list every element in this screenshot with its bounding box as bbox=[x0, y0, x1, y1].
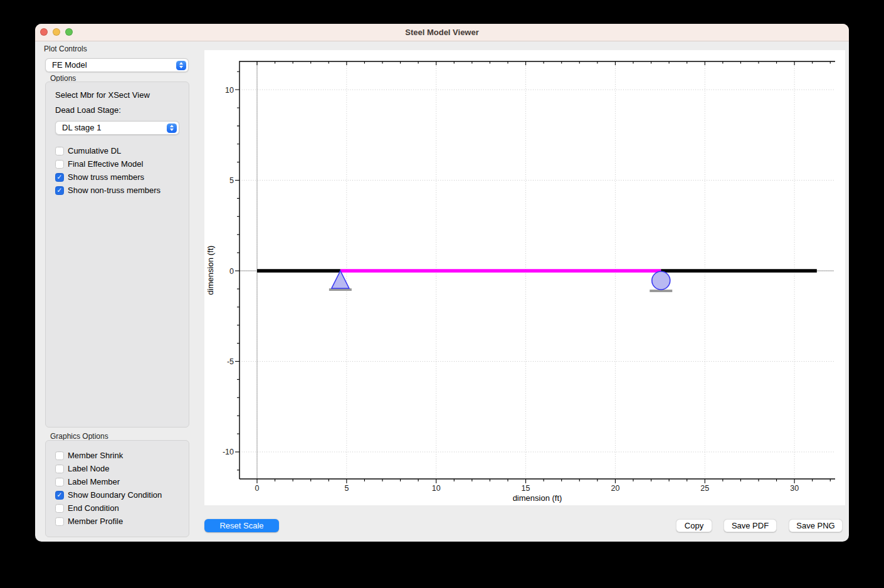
graphics-options-section-label: Graphics Options bbox=[50, 432, 108, 441]
fe-model-plot-svg[interactable]: 051015202530-10-50510dimension (ft)dimen… bbox=[204, 50, 845, 505]
checkbox-cumulative-dl[interactable] bbox=[55, 147, 64, 155]
checkbox-show-truss-members[interactable] bbox=[55, 173, 64, 182]
checkbox-label: Show Boundary Condition bbox=[68, 490, 162, 500]
window-title: Steel Model Viewer bbox=[35, 24, 849, 41]
checkbox-row: Show truss members bbox=[55, 171, 184, 184]
checkbox-row: Cumulative DL bbox=[55, 144, 184, 157]
checkbox-member-profile[interactable] bbox=[55, 517, 64, 526]
options-checkbox-list: Cumulative DLFinal Effective ModelShow t… bbox=[55, 144, 184, 197]
checkbox-row: Member Profile bbox=[55, 515, 184, 528]
select-stepper-icon bbox=[167, 123, 177, 133]
checkbox-label: Member Profile bbox=[68, 517, 123, 526]
checkbox-show-boundary-condition[interactable] bbox=[55, 491, 64, 500]
checkbox-label: Label Node bbox=[68, 464, 110, 473]
roller-support-icon bbox=[652, 271, 670, 290]
graphics-checkbox-list: Member ShrinkLabel NodeLabel MemberShow … bbox=[55, 449, 184, 528]
checkbox-label: Label Member bbox=[68, 477, 120, 486]
graphics-options-groupbox: Member ShrinkLabel NodeLabel MemberShow … bbox=[45, 440, 189, 537]
checkbox-label-node[interactable] bbox=[55, 465, 64, 473]
dead-load-stage-label: Dead Load Stage: bbox=[55, 105, 121, 115]
checkbox-label: Cumulative DL bbox=[68, 146, 121, 155]
window-titlebar[interactable]: Steel Model Viewer bbox=[35, 24, 849, 41]
plot-controls-heading: Plot Controls bbox=[44, 45, 87, 53]
checkbox-row: Show non-truss members bbox=[55, 184, 184, 197]
checkbox-label: Show non-truss members bbox=[68, 186, 160, 195]
dead-load-stage-select[interactable]: DL stage 1 bbox=[55, 121, 179, 135]
save-png-button[interactable]: Save PNG bbox=[789, 519, 843, 532]
checkbox-label: Show truss members bbox=[68, 172, 144, 182]
x-tick-label: 10 bbox=[432, 484, 441, 493]
dead-load-stage-value: DL stage 1 bbox=[62, 122, 101, 134]
checkbox-member-shrink[interactable] bbox=[55, 451, 64, 460]
xsect-view-label: Select Mbr for XSect View bbox=[55, 90, 150, 100]
plot-mode-select[interactable]: FE Model bbox=[45, 58, 189, 72]
checkbox-label: Final Effective Model bbox=[68, 159, 143, 169]
select-stepper-icon bbox=[176, 61, 186, 70]
x-tick-label: 5 bbox=[344, 484, 349, 493]
x-axis-title: dimension (ft) bbox=[513, 493, 562, 503]
checkbox-label-member[interactable] bbox=[55, 478, 64, 486]
checkbox-row: Member Shrink bbox=[55, 449, 184, 462]
screen: Steel Model Viewer Plot Controls FE Mode… bbox=[0, 0, 884, 588]
save-pdf-button[interactable]: Save PDF bbox=[724, 519, 777, 532]
x-tick-label: 20 bbox=[611, 484, 619, 493]
options-groupbox: Select Mbr for XSect View Dead Load Stag… bbox=[45, 81, 189, 428]
y-tick-label: 0 bbox=[229, 267, 234, 276]
y-tick-label: 5 bbox=[229, 176, 234, 185]
y-tick-label: 10 bbox=[225, 86, 234, 95]
checkbox-row: Final Effective Model bbox=[55, 157, 184, 171]
y-tick-label: -10 bbox=[223, 448, 234, 456]
app-window: Steel Model Viewer Plot Controls FE Mode… bbox=[35, 24, 849, 542]
reset-scale-button[interactable]: Reset Scale bbox=[204, 519, 279, 532]
x-tick-label: 15 bbox=[522, 484, 530, 493]
checkbox-show-non-truss-members[interactable] bbox=[55, 186, 64, 195]
pin-support-icon bbox=[332, 271, 349, 288]
checkbox-row: Label Member bbox=[55, 475, 184, 488]
checkbox-row: Label Node bbox=[55, 462, 184, 475]
x-tick-label: 0 bbox=[255, 484, 260, 493]
x-tick-label: 30 bbox=[790, 484, 799, 493]
checkbox-row: Show Boundary Condition bbox=[55, 488, 184, 501]
checkbox-label: Member Shrink bbox=[68, 451, 123, 460]
copy-button[interactable]: Copy bbox=[676, 519, 712, 532]
checkbox-final-effective-model[interactable] bbox=[55, 160, 64, 169]
checkbox-row: End Condition bbox=[55, 501, 184, 515]
checkbox-label: End Condition bbox=[68, 503, 119, 513]
model-plot-canvas[interactable]: 051015202530-10-50510dimension (ft)dimen… bbox=[204, 50, 845, 505]
plot-mode-value: FE Model bbox=[52, 59, 87, 71]
x-tick-label: 25 bbox=[700, 484, 709, 493]
y-axis-title: dimension (ft) bbox=[206, 246, 215, 295]
y-tick-label: -5 bbox=[227, 357, 234, 366]
checkbox-end-condition[interactable] bbox=[55, 504, 64, 513]
